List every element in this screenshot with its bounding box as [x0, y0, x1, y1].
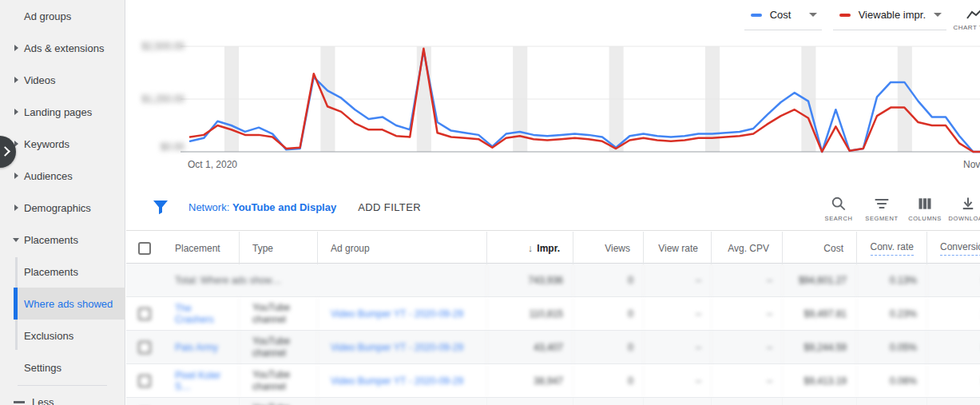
col-header-avg-cpv[interactable]: Avg. CPV	[712, 232, 783, 264]
chart-type-button[interactable]: CHART TYPE	[958, 8, 980, 31]
conversions-cell: 0	[927, 364, 980, 397]
sidebar-item-placements[interactable]: Placements	[0, 224, 125, 256]
chart-type-label: CHART TYPE	[953, 24, 980, 31]
columns-icon	[917, 196, 933, 212]
total-avg-cpv: –	[712, 264, 783, 296]
sidebar-item-where-ads-showed[interactable]: Where ads showed	[14, 288, 125, 320]
sidebar-item-ad-groups[interactable]: Ad groups	[0, 0, 125, 32]
sidebar-nav: Ad groupsAds & extensionsVideosLanding p…	[0, 0, 125, 383]
download-button[interactable]: DOWNLOAD	[946, 193, 980, 222]
col-header-views[interactable]: Views	[573, 232, 644, 264]
segment-button[interactable]: SEGMENT	[860, 193, 903, 222]
placement-link[interactable]: Pais Army	[162, 331, 240, 363]
total-conversions: 9	[927, 264, 980, 296]
col-header-cost[interactable]: Cost	[783, 232, 857, 264]
toolbar-icon-group: SEARCH SEGMENT COLUMNS	[817, 193, 980, 222]
sidebar-item-settings[interactable]: Settings	[0, 351, 125, 383]
placements-table: Placement Type Ad group ↓ Impr. Views Vi…	[126, 232, 980, 405]
google-ads-placements-screen: Ad groupsAds & extensionsVideosLanding p…	[0, 0, 980, 405]
ad-group-link[interactable]: Video Bumper YT - 2020-09-29	[318, 297, 487, 330]
conv-rate-cell: 0.23%	[857, 297, 927, 330]
sidebar-item-placements[interactable]: Placements	[0, 256, 125, 288]
chevron-right-icon	[0, 146, 10, 157]
sidebar-item-audiences[interactable]: Audiences	[0, 160, 125, 192]
select-all-checkbox[interactable]	[138, 242, 151, 255]
search-button[interactable]: SEARCH	[817, 193, 860, 222]
views-cell: 0	[573, 297, 644, 330]
filter-icon	[153, 199, 169, 215]
col-header-view-rate[interactable]: View rate	[644, 232, 712, 264]
sidebar-item-exclusions[interactable]: Exclusions	[0, 320, 125, 351]
table-row: The CrashersYouTube channelVideo Bumper …	[126, 297, 980, 331]
chevron-down-icon	[13, 238, 19, 242]
col-header-type[interactable]: Type	[240, 232, 318, 264]
ad-group-link[interactable]: Video Bumper YT - 2020-09-29	[318, 364, 487, 397]
row-checkbox[interactable]	[138, 308, 151, 320]
sidebar-less-label: Less	[32, 396, 54, 405]
views-cell: 0	[573, 364, 644, 397]
sidebar-item-label: Landing pages	[24, 106, 92, 118]
x-axis-end-label: Nov 3	[963, 159, 980, 170]
total-impr: 743,936	[487, 264, 573, 296]
row-checkbox[interactable]	[138, 375, 151, 387]
line-chart-icon	[966, 8, 980, 21]
sidebar-item-videos[interactable]: Videos	[0, 64, 125, 96]
col-header-conv-rate[interactable]: Conv. rate	[857, 232, 927, 264]
sidebar-item-label: Ads & extensions	[24, 42, 104, 54]
columns-label: COLUMNS	[908, 215, 942, 222]
columns-button[interactable]: COLUMNS	[903, 193, 946, 222]
view-rate-cell: –	[644, 364, 712, 397]
row-checkbox[interactable]	[138, 341, 151, 354]
sidebar-item-label: Where ads showed	[24, 298, 113, 310]
search-label: SEARCH	[825, 215, 853, 222]
select-all-cell	[126, 232, 162, 264]
total-conv-rate: 0.13%	[857, 264, 927, 296]
col-header-placement[interactable]: Placement	[162, 232, 240, 264]
network-filter-prefix: Network:	[188, 201, 229, 213]
sidebar-item-demographics[interactable]: Demographics	[0, 192, 125, 224]
sidebar-item-label: Demographics	[24, 202, 91, 214]
col-header-ad-group[interactable]: Ad group	[318, 232, 487, 264]
chart-legend: Cost Viewable impr. CHART TYPE	[744, 6, 980, 31]
segment-icon	[874, 196, 890, 212]
conversions-cell: 2	[927, 297, 980, 330]
ad-group-link[interactable]: Video Bumper YT - 2020-09-29	[318, 331, 487, 363]
placement-link[interactable]: The Crashers	[162, 297, 240, 330]
table-total-row: Total: Where ads show… 743,936 0 – – $94…	[126, 264, 980, 297]
row-select-cell	[126, 297, 162, 330]
sidebar-item-keywords[interactable]: Keywords	[0, 128, 125, 160]
metric-select-cost[interactable]: Cost	[744, 6, 822, 30]
add-filter-button[interactable]: ADD FILTER	[358, 201, 421, 213]
placement-link[interactable]: Pixel Koler S…	[162, 364, 240, 397]
sidebar-item-label: Ad groups	[24, 10, 71, 22]
sidebar-item-landing-pages[interactable]: Landing pages	[0, 96, 125, 128]
sidebar-item-ads-extensions[interactable]: Ads & extensions	[0, 32, 125, 64]
x-axis-start-label: Oct 1, 2020	[188, 159, 237, 170]
sidebar-item-less[interactable]: Less	[0, 386, 125, 405]
y-axis-tick-label: $0.00	[161, 141, 184, 153]
table-row: Pais ArmyYouTube channelVideo Bumper YT …	[126, 331, 980, 364]
table-row: Pixel Koler S…YouTube channelVideo Bumpe…	[126, 364, 980, 398]
chevron-right-icon	[14, 109, 18, 115]
row-select-cell	[126, 331, 162, 363]
download-label: DOWNLOAD	[949, 215, 980, 222]
sidebar-item-label: Placements	[24, 234, 78, 246]
download-icon	[960, 196, 976, 212]
type-cell: YouTube channel	[240, 297, 318, 330]
type-cell: YouTube channel	[240, 331, 318, 363]
cost-cell: $9,244.59	[783, 331, 857, 363]
search-icon	[831, 196, 847, 212]
col-header-conversions[interactable]: Conversions	[927, 232, 980, 264]
sidebar-item-label: Placements	[24, 266, 78, 278]
impr-cell: 110,815	[487, 297, 573, 330]
network-filter-chip[interactable]: Network: YouTube and Display	[188, 201, 336, 213]
impr-cell: 38,947	[487, 364, 573, 397]
conv-rate-cell: 0.06%	[857, 364, 927, 397]
col-header-impr[interactable]: ↓ Impr.	[487, 232, 573, 264]
sort-desc-icon: ↓	[528, 242, 534, 254]
metric-select-viewable-impr[interactable]: Viewable impr.	[833, 6, 946, 30]
chevron-right-icon	[14, 45, 18, 51]
type-cell: YouTube channel	[240, 398, 318, 405]
chevron-down-icon	[934, 13, 942, 17]
impr-cell: 43,407	[487, 331, 573, 363]
